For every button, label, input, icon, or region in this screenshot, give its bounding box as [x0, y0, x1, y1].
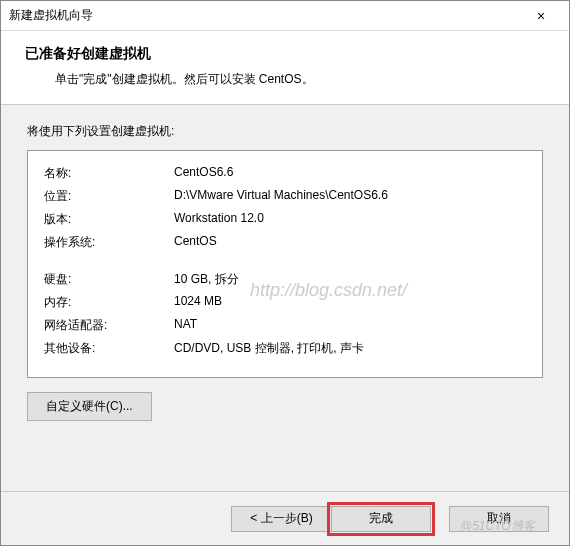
label-version: 版本:	[44, 211, 174, 228]
row-name: 名称: CentOS6.6	[44, 165, 526, 182]
settings-prompt: 将使用下列设置创建虚拟机:	[27, 123, 543, 140]
window-title: 新建虚拟机向导	[9, 7, 521, 24]
titlebar: 新建虚拟机向导 ×	[1, 1, 569, 31]
row-os: 操作系统: CentOS	[44, 234, 526, 251]
value-other: CD/DVD, USB 控制器, 打印机, 声卡	[174, 340, 526, 357]
page-subtitle: 单击"完成"创建虚拟机。然后可以安装 CentOS。	[55, 71, 545, 88]
row-disk: 硬盘: 10 GB, 拆分	[44, 271, 526, 288]
value-disk: 10 GB, 拆分	[174, 271, 526, 288]
label-network: 网络适配器:	[44, 317, 174, 334]
settings-summary: 名称: CentOS6.6 位置: D:\VMware Virtual Mach…	[27, 150, 543, 378]
value-name: CentOS6.6	[174, 165, 526, 182]
value-version: Workstation 12.0	[174, 211, 526, 228]
value-memory: 1024 MB	[174, 294, 526, 311]
label-other: 其他设备:	[44, 340, 174, 357]
cancel-button[interactable]: 取消	[449, 506, 549, 532]
wizard-header: 已准备好创建虚拟机 单击"完成"创建虚拟机。然后可以安装 CentOS。	[1, 31, 569, 104]
row-network: 网络适配器: NAT	[44, 317, 526, 334]
row-other: 其他设备: CD/DVD, USB 控制器, 打印机, 声卡	[44, 340, 526, 357]
label-disk: 硬盘:	[44, 271, 174, 288]
value-network: NAT	[174, 317, 526, 334]
finish-button[interactable]: 完成	[331, 506, 431, 532]
label-location: 位置:	[44, 188, 174, 205]
label-name: 名称:	[44, 165, 174, 182]
row-memory: 内存: 1024 MB	[44, 294, 526, 311]
value-location: D:\VMware Virtual Machines\CentOS6.6	[174, 188, 526, 205]
customize-hardware-button[interactable]: 自定义硬件(C)...	[27, 392, 152, 421]
page-title: 已准备好创建虚拟机	[25, 45, 545, 63]
row-version: 版本: Workstation 12.0	[44, 211, 526, 228]
value-os: CentOS	[174, 234, 526, 251]
wizard-footer: < 上一步(B) 完成 取消	[1, 491, 569, 545]
wizard-content: 将使用下列设置创建虚拟机: 名称: CentOS6.6 位置: D:\VMwar…	[1, 104, 569, 491]
back-button[interactable]: < 上一步(B)	[231, 506, 331, 532]
wizard-window: 新建虚拟机向导 × 已准备好创建虚拟机 单击"完成"创建虚拟机。然后可以安装 C…	[0, 0, 570, 546]
close-icon[interactable]: ×	[521, 8, 561, 24]
label-os: 操作系统:	[44, 234, 174, 251]
label-memory: 内存:	[44, 294, 174, 311]
row-location: 位置: D:\VMware Virtual Machines\CentOS6.6	[44, 188, 526, 205]
